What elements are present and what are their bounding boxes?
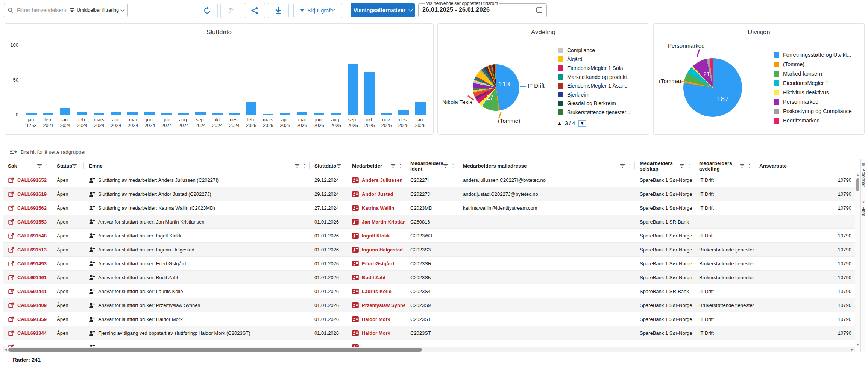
divisjon-pie[interactable] <box>683 58 742 117</box>
cell-medarbeider[interactable]: Jan Martin Kristiansen <box>347 215 405 228</box>
legend-item[interactable]: Gjesdal og Bjerkreim <box>558 100 630 106</box>
column-header-medarbeiders-mailadresse[interactable]: Medarbeiders mailadresse⋮ <box>458 159 635 173</box>
refresh-button[interactable] <box>197 3 218 18</box>
share-button[interactable] <box>244 3 265 18</box>
legend-item[interactable]: Bjerkreim <box>558 92 630 98</box>
cell-medarbeider[interactable]: Katrina Wallin <box>347 201 405 215</box>
cell-sak[interactable]: CALL691441 <box>3 284 52 298</box>
bar-okt. 2024[interactable] <box>212 113 223 115</box>
bar-des. 2025[interactable] <box>398 110 409 115</box>
cell-sak[interactable]: CALL691652 <box>3 173 52 187</box>
scroll-up-icon[interactable]: ▲ <box>855 173 860 177</box>
bar-apr. 2025[interactable] <box>280 113 290 115</box>
cell-sak[interactable]: CALL691562 <box>3 201 52 215</box>
bar-juni 2024[interactable] <box>144 112 155 115</box>
employee-link[interactable]: Katrina Wallin <box>362 205 394 211</box>
filters-panel-icon[interactable] <box>861 200 865 204</box>
vertical-scrollbar[interactable]: ▲ ▼ <box>855 172 860 347</box>
table-row[interactable]: CALL691344ÅpenFjerning av tilgang ved op… <box>3 326 855 340</box>
contact-card-icon[interactable] <box>352 261 359 266</box>
table-row[interactable]: CALL691553ÅpenAnsvar for sluttført bruke… <box>3 215 855 229</box>
column-menu-icon[interactable]: ⋮ <box>44 163 49 169</box>
cell-medarbeider[interactable]: Eilert Østgård <box>347 257 405 270</box>
view-options-button[interactable]: Visningsalternativer <box>351 3 415 17</box>
contact-card-icon[interactable] <box>352 205 359 211</box>
table-row[interactable]: CALL691359ÅpenAnsvar for sluttført bruke… <box>3 312 855 326</box>
column-menu-icon[interactable]: ⋮ <box>302 163 307 169</box>
table-row[interactable]: CALL691441ÅpenAnsvar for sluttført bruke… <box>3 284 855 298</box>
employee-link[interactable]: Haldor Mork <box>362 330 390 336</box>
open-case-icon[interactable] <box>8 219 14 225</box>
column-header-emne[interactable]: Emne⋮ <box>84 159 310 173</box>
legend-item[interactable]: Marked kunde og produkt <box>558 74 630 80</box>
employee-link[interactable]: Ingolf Klokk <box>362 233 390 239</box>
employee-link[interactable]: Bodil Zahl <box>362 275 385 280</box>
bar-jan. 1753[interactable] <box>26 113 37 115</box>
column-header-sak[interactable]: Sak⋮ <box>3 159 52 173</box>
column-filter-icon[interactable] <box>680 164 684 168</box>
bar-feb. 2021[interactable] <box>43 113 53 115</box>
bar-des. 2024[interactable] <box>229 113 240 115</box>
column-filter-icon[interactable] <box>72 164 77 168</box>
column-header-medarbeider[interactable]: Medarbeider⋮ <box>347 159 405 173</box>
legend-item[interactable]: Bedriftsmarked <box>774 118 852 124</box>
column-header-status[interactable]: Status⋮ <box>52 159 84 173</box>
column-filter-icon[interactable] <box>337 164 341 168</box>
table-row[interactable]: CALL691548ÅpenAnsvar for sluttført bruke… <box>3 229 855 243</box>
case-link[interactable]: CALL691359 <box>17 316 47 322</box>
employee-link[interactable]: Przemyslaw Synnes <box>362 302 405 308</box>
open-case-icon[interactable] <box>8 302 14 309</box>
column-filter-icon[interactable] <box>37 164 42 168</box>
case-link[interactable]: CALL691652 <box>17 177 47 183</box>
download-button[interactable] <box>268 3 289 18</box>
open-case-icon[interactable] <box>8 330 14 336</box>
date-range-value[interactable]: 26.01.2025 - 26.01.2026 <box>422 6 490 13</box>
cell-medarbeider[interactable]: Haldor Mork <box>347 326 405 340</box>
cell-sak[interactable]: CALL691619 <box>3 187 52 201</box>
open-case-icon[interactable] <box>8 316 14 322</box>
cell-medarbeider[interactable]: Haldor Mork <box>347 312 405 326</box>
column-header-ansvarsste[interactable]: Ansvarsste <box>754 159 855 173</box>
table-row[interactable] <box>3 340 855 348</box>
legend-page-up-icon[interactable]: ▲ <box>557 121 562 126</box>
legend-item[interactable]: (Tomme) <box>774 61 852 67</box>
contact-card-icon[interactable] <box>352 191 359 197</box>
bar-nov. 2025[interactable] <box>381 113 392 115</box>
cell-medarbeider[interactable]: Ingolf Klokk <box>347 229 405 242</box>
contact-card-icon[interactable] <box>352 233 359 239</box>
cell-sak[interactable]: CALL691513 <box>3 243 52 256</box>
search-input[interactable] <box>16 7 67 14</box>
cell-medarbeider[interactable]: Anders Juliussen <box>347 173 405 187</box>
table-row[interactable]: CALL691493ÅpenAnsvar for sluttført bruke… <box>3 257 855 271</box>
contact-card-icon[interactable] <box>352 177 359 183</box>
column-header-medarbeiders-ident[interactable]: Medarbeiders ident⋮ <box>405 159 458 173</box>
horizontal-scroll-thumb[interactable] <box>8 348 422 352</box>
bar-aug. 2025[interactable] <box>331 113 341 115</box>
columns-panel-icon[interactable]: ▦ <box>861 162 865 166</box>
open-case-icon[interactable] <box>8 205 14 211</box>
employee-link[interactable]: Andor Justad <box>362 191 393 197</box>
scroll-down-icon[interactable]: ▼ <box>855 343 860 346</box>
bar-juli 2024[interactable] <box>161 113 172 115</box>
hide-charts-button[interactable]: Skjul grafer <box>293 3 342 18</box>
legend-item[interactable]: EiendomsMegler 1 Åsane <box>558 83 630 89</box>
legend-page-down-icon[interactable]: ▼ <box>578 120 586 127</box>
open-case-icon[interactable] <box>8 247 14 253</box>
contact-card-icon[interactable] <box>352 289 359 294</box>
legend-item[interactable]: Fiktivitus deaktivus <box>774 89 852 95</box>
bar-apr. 2024[interactable] <box>111 112 121 115</box>
case-link[interactable]: CALL691344 <box>17 330 47 336</box>
cell-sak[interactable]: CALL691359 <box>3 312 52 326</box>
column-header-sluttdato[interactable]: Sluttdato⋮ <box>310 159 347 173</box>
open-case-icon[interactable] <box>8 288 14 295</box>
employee-link[interactable]: Eilert Østgård <box>362 261 394 266</box>
column-filter-icon[interactable] <box>443 164 448 168</box>
legend-item[interactable]: Personmarked <box>774 99 852 105</box>
tab-kolonner[interactable]: Kolonner <box>861 169 866 187</box>
column-filter-icon[interactable] <box>740 164 744 168</box>
column-header-medarbeiders-selskap[interactable]: Medarbeiders selskap⋮ <box>635 159 694 173</box>
cell-medarbeider[interactable]: Laurits Kolle <box>347 284 405 298</box>
open-case-icon[interactable] <box>8 260 14 267</box>
scroll-right-icon[interactable]: ► <box>851 348 854 351</box>
bar-juni 2025[interactable] <box>314 113 324 115</box>
